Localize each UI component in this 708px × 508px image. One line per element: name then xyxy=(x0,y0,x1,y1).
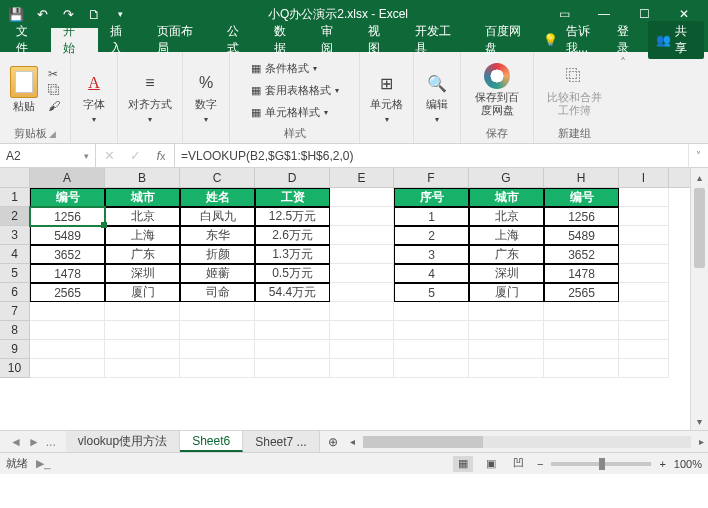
cell[interactable]: 广东 xyxy=(469,245,544,264)
cell[interactable] xyxy=(330,340,394,359)
ribbon-collapse-icon[interactable]: ˄ xyxy=(614,52,632,143)
page-break-view-icon[interactable]: 凹 xyxy=(509,456,529,472)
cell[interactable] xyxy=(469,340,544,359)
tab-baidu[interactable]: 百度网盘 xyxy=(473,28,543,52)
zoom-level[interactable]: 100% xyxy=(674,458,702,470)
cell[interactable] xyxy=(330,359,394,378)
cell[interactable] xyxy=(30,321,105,340)
cell[interactable] xyxy=(619,188,669,207)
cell[interactable] xyxy=(180,302,255,321)
macro-record-icon[interactable]: ▶⎯ xyxy=(36,457,51,470)
cell[interactable]: 深圳 xyxy=(469,264,544,283)
cell[interactable]: 深圳 xyxy=(105,264,180,283)
sheet-next-icon[interactable]: ► xyxy=(28,435,40,449)
cells-button[interactable]: ⊞ 单元格▾ xyxy=(366,68,407,126)
cell[interactable]: 12.5万元 xyxy=(255,207,330,226)
scroll-up-icon[interactable]: ▴ xyxy=(691,168,708,186)
cell[interactable] xyxy=(330,245,394,264)
sheet-tab-sheet7[interactable]: Sheet7 ... xyxy=(243,431,319,452)
row-header[interactable]: 4 xyxy=(0,245,30,264)
cell[interactable]: 2.6万元 xyxy=(255,226,330,245)
cell[interactable] xyxy=(394,321,469,340)
sheet-tab-vlookup[interactable]: vlookup使用方法 xyxy=(66,431,180,452)
cell[interactable] xyxy=(544,340,619,359)
cell[interactable] xyxy=(544,302,619,321)
zoom-in-button[interactable]: + xyxy=(659,458,665,470)
tab-file[interactable]: 文件 xyxy=(4,28,51,52)
cell[interactable]: 上海 xyxy=(469,226,544,245)
cell[interactable] xyxy=(394,340,469,359)
cell[interactable] xyxy=(330,302,394,321)
cell[interactable] xyxy=(619,340,669,359)
number-button[interactable]: % 数字▾ xyxy=(189,68,223,126)
cell[interactable] xyxy=(394,359,469,378)
cell[interactable]: 工资 xyxy=(255,188,330,207)
zoom-knob[interactable] xyxy=(599,458,605,470)
cell[interactable]: 1256 xyxy=(30,207,105,226)
cell[interactable] xyxy=(330,188,394,207)
hscroll-thumb[interactable] xyxy=(363,436,483,448)
cell[interactable]: 城市 xyxy=(469,188,544,207)
row-header[interactable]: 8 xyxy=(0,321,30,340)
cell[interactable] xyxy=(255,340,330,359)
cell[interactable] xyxy=(105,340,180,359)
save-baidu-button[interactable]: 保存到百度网盘 xyxy=(467,61,527,119)
cell[interactable] xyxy=(255,359,330,378)
hscroll-left-icon[interactable]: ◂ xyxy=(350,436,355,447)
cell[interactable] xyxy=(544,321,619,340)
col-header-F[interactable]: F xyxy=(394,168,469,187)
cell[interactable] xyxy=(255,302,330,321)
formula-bar-expand-icon[interactable]: ˅ xyxy=(688,144,708,167)
cell[interactable] xyxy=(619,283,669,302)
row-header[interactable]: 5 xyxy=(0,264,30,283)
cell[interactable]: 3652 xyxy=(544,245,619,264)
cell[interactable]: 北京 xyxy=(469,207,544,226)
cell[interactable]: 5489 xyxy=(544,226,619,245)
cell[interactable]: 4 xyxy=(394,264,469,283)
cell[interactable] xyxy=(330,207,394,226)
col-header-H[interactable]: H xyxy=(544,168,619,187)
tab-home[interactable]: 开始 xyxy=(51,28,98,52)
cell[interactable] xyxy=(544,359,619,378)
tab-layout[interactable]: 页面布局 xyxy=(145,28,215,52)
name-box[interactable]: A2 ▾ xyxy=(0,144,96,167)
row-header[interactable]: 3 xyxy=(0,226,30,245)
page-layout-view-icon[interactable]: ▣ xyxy=(481,456,501,472)
share-button[interactable]: 👥共享 xyxy=(648,21,704,59)
tab-insert[interactable]: 插入 xyxy=(98,28,145,52)
col-header-A[interactable]: A xyxy=(30,168,105,187)
cell[interactable]: 1478 xyxy=(30,264,105,283)
cell[interactable]: 5 xyxy=(394,283,469,302)
cell[interactable] xyxy=(105,302,180,321)
zoom-out-button[interactable]: − xyxy=(537,458,543,470)
cell[interactable]: 折颜 xyxy=(180,245,255,264)
clipboard-launcher-icon[interactable]: ◢ xyxy=(49,129,56,139)
cell[interactable] xyxy=(30,340,105,359)
tab-developer[interactable]: 开发工具 xyxy=(403,28,473,52)
cell[interactable]: 城市 xyxy=(105,188,180,207)
col-header-D[interactable]: D xyxy=(255,168,330,187)
cell[interactable]: 2565 xyxy=(544,283,619,302)
cell[interactable] xyxy=(30,359,105,378)
cell[interactable]: 北京 xyxy=(105,207,180,226)
horizontal-scrollbar[interactable]: ◂ ▸ xyxy=(346,431,708,452)
cell[interactable] xyxy=(330,226,394,245)
col-header-I[interactable]: I xyxy=(619,168,669,187)
conditional-format-button[interactable]: ▦条件格式▾ xyxy=(247,58,343,78)
cell[interactable] xyxy=(469,302,544,321)
font-button[interactable]: A 字体▾ xyxy=(77,68,111,126)
name-box-dropdown-icon[interactable]: ▾ xyxy=(84,151,89,161)
cell[interactable] xyxy=(330,283,394,302)
cell[interactable]: 厦门 xyxy=(105,283,180,302)
tab-formulas[interactable]: 公式 xyxy=(215,28,262,52)
vertical-scrollbar[interactable]: ▴ ▾ xyxy=(690,168,708,430)
table-format-button[interactable]: ▦套用表格格式▾ xyxy=(247,80,343,100)
cell[interactable]: 东华 xyxy=(180,226,255,245)
cell[interactable] xyxy=(394,302,469,321)
tab-view[interactable]: 视图 xyxy=(356,28,403,52)
scroll-thumb[interactable] xyxy=(694,188,705,268)
cell[interactable] xyxy=(30,302,105,321)
row-header[interactable]: 1 xyxy=(0,188,30,207)
row-header[interactable]: 10 xyxy=(0,359,30,378)
cell[interactable] xyxy=(619,226,669,245)
